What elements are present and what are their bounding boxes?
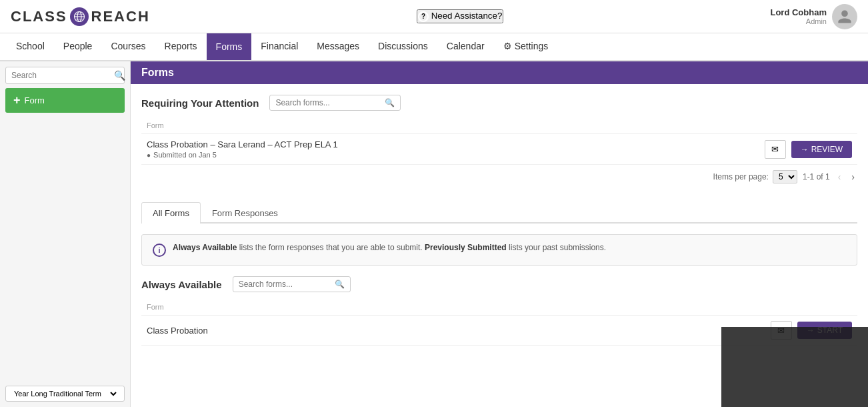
- question-icon: ?: [418, 11, 429, 22]
- always-available-bold: Always Available: [173, 243, 237, 252]
- logo-globe-icon: [70, 7, 89, 26]
- logo: CLASS REACH: [11, 7, 150, 26]
- items-per-page: Items per page: 5: [713, 170, 797, 183]
- info-icon: i: [153, 244, 166, 257]
- gray-overlay-decoration: [721, 327, 868, 407]
- always-available-table-header: Form: [141, 299, 857, 316]
- email-icon-button[interactable]: ✉: [765, 140, 786, 159]
- search-input[interactable]: [11, 71, 111, 80]
- settings-gear-icon: ⚙: [503, 41, 512, 51]
- nav-calendar[interactable]: Calendar: [437, 33, 494, 60]
- form-name-cell: Class Probation – Sara Lerand – ACT Prep…: [141, 139, 765, 159]
- nav-discussions[interactable]: Discussions: [369, 33, 437, 60]
- always-available-form-name-cell: Class Probation: [141, 326, 771, 336]
- form-subtitle: ● Submitted on Jan 5: [147, 151, 759, 159]
- requiring-section: Requiring Your Attention 🔍 Form Class Pr…: [141, 95, 857, 189]
- per-page-select[interactable]: 5: [773, 170, 797, 183]
- add-form-label: Form: [25, 95, 45, 105]
- form-submitted-date: Submitted on Jan 5: [153, 151, 217, 159]
- user-role: Admin: [770, 17, 827, 25]
- always-available-form-title: Class Probation: [147, 326, 765, 336]
- nav-forms[interactable]: Forms: [207, 33, 252, 60]
- sidebar: 🔍 + Form Year Long Traditional Term: [0, 61, 131, 407]
- search-box: 🔍: [5, 67, 125, 84]
- tab-form-responses[interactable]: Form Responses: [201, 202, 289, 224]
- main-layout: 🔍 + Form Year Long Traditional Term Form…: [0, 61, 868, 407]
- always-available-search-input[interactable]: [239, 280, 332, 289]
- content-header: Forms: [131, 61, 868, 84]
- always-available-search-icon: 🔍: [335, 280, 345, 289]
- add-form-button[interactable]: + Form: [5, 88, 125, 113]
- review-label: REVIEW: [811, 145, 843, 154]
- previously-submitted-bold: Previously Submitted: [425, 243, 507, 252]
- nav-courses[interactable]: Courses: [101, 33, 155, 60]
- nav-financial[interactable]: Financial: [251, 33, 307, 60]
- nav-bar: School People Courses Reports Forms Fina…: [0, 33, 868, 61]
- user-name-block: Lord Cobham Admin: [770, 7, 827, 25]
- requiring-search-box: 🔍: [269, 95, 401, 111]
- form-column-header: Form: [141, 120, 169, 131]
- pagination: Items per page: 5 1-1 of 1 ‹ ›: [141, 165, 857, 189]
- tabs-bar: All Forms Form Responses: [141, 202, 857, 224]
- logo-class-text: CLASS: [11, 8, 67, 25]
- requiring-search-input[interactable]: [275, 98, 382, 107]
- nav-settings[interactable]: ⚙ Settings: [494, 33, 558, 60]
- nav-people[interactable]: People: [54, 33, 102, 60]
- nav-messages[interactable]: Messages: [307, 33, 369, 60]
- table-header: Form: [141, 117, 857, 134]
- avatar: [832, 4, 857, 29]
- nav-school[interactable]: School: [7, 33, 54, 60]
- table-row: Class Probation – Sara Lerand – ACT Prep…: [141, 134, 857, 165]
- always-available-header: Always Available 🔍: [141, 276, 857, 292]
- review-button[interactable]: → REVIEW: [791, 141, 852, 158]
- requiring-search-icon: 🔍: [385, 98, 395, 107]
- info-text: Always Available lists the form response…: [173, 243, 606, 252]
- form-title: Class Probation – Sara Lerand – ACT Prep…: [147, 139, 759, 149]
- always-available-title: Always Available: [141, 279, 222, 290]
- user-name: Lord Cobham: [770, 7, 827, 17]
- tab-all-forms[interactable]: All Forms: [141, 202, 201, 224]
- info-box: i Always Available lists the form respon…: [141, 234, 857, 266]
- requiring-title: Requiring Your Attention: [141, 97, 259, 109]
- page-info: 1-1 of 1: [803, 172, 830, 181]
- info-text-part4: lists your past submissions.: [509, 243, 606, 252]
- envelope-icon: ✉: [771, 144, 779, 154]
- clock-icon: ●: [147, 151, 151, 159]
- arrow-icon: →: [801, 145, 809, 154]
- prev-page-button[interactable]: ‹: [835, 170, 844, 183]
- requiring-table: Form Class Probation – Sara Lerand – ACT…: [141, 117, 857, 165]
- logo-reach-text: REACH: [91, 8, 150, 25]
- table-actions: ✉ → REVIEW: [765, 140, 857, 159]
- search-icon: 🔍: [114, 70, 125, 81]
- need-assistance-button[interactable]: ? Need Assistance?: [417, 9, 503, 23]
- need-assistance-label: Need Assistance?: [431, 11, 503, 21]
- term-select[interactable]: Year Long Traditional Term: [11, 389, 119, 398]
- always-available-search-box: 🔍: [233, 276, 351, 292]
- requiring-header: Requiring Your Attention 🔍: [141, 95, 857, 111]
- next-page-button[interactable]: ›: [849, 170, 857, 183]
- nav-reports[interactable]: Reports: [155, 33, 207, 60]
- plus-icon: +: [13, 93, 21, 107]
- info-text-part2: lists the form responses that you are ab…: [239, 243, 423, 252]
- top-bar: CLASS REACH ? Need Assistance? Lord Cobh…: [0, 0, 868, 33]
- tabs-section: All Forms Form Responses: [141, 202, 857, 224]
- user-info: Lord Cobham Admin: [770, 4, 857, 29]
- always-available-form-column-header: Form: [141, 302, 169, 312]
- term-selector[interactable]: Year Long Traditional Term: [5, 386, 125, 402]
- items-per-page-label: Items per page:: [713, 172, 769, 181]
